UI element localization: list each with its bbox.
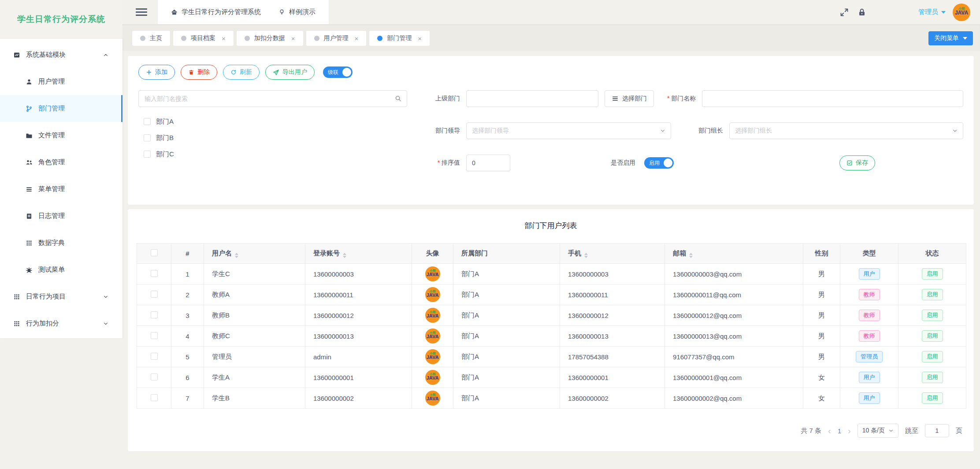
- table-header-row: #用户名登录账号头像所属部门手机邮箱性别类型状态: [137, 244, 966, 264]
- trash-button[interactable]: 删除: [181, 65, 217, 80]
- chevron-down-icon: [888, 428, 894, 433]
- refresh-button[interactable]: 刷新: [223, 65, 260, 80]
- row-checkbox[interactable]: [151, 291, 158, 298]
- row-checkbox[interactable]: [151, 270, 158, 277]
- tab-1[interactable]: 项目档案×: [173, 31, 234, 46]
- cell-index: 7: [171, 388, 204, 409]
- tab-4[interactable]: 部门管理×: [369, 31, 430, 46]
- sidebar-item-0[interactable]: 系统基础模块: [0, 41, 122, 68]
- user-avatar[interactable]: 小郑 JAVA ·······: [953, 4, 970, 21]
- close-menu-button[interactable]: 关闭菜单: [928, 31, 973, 45]
- column-header-7[interactable]: 邮箱: [665, 244, 803, 264]
- select-all-header[interactable]: [137, 244, 171, 264]
- column-header-label: #: [186, 250, 189, 257]
- tree-item-0[interactable]: 部门A: [144, 115, 407, 128]
- sidebar-item-3[interactable]: 文件管理: [0, 122, 122, 149]
- cell-email: 13600000013@qq.com: [665, 326, 803, 347]
- table-row: 4教师C13600000013小郑JAVA·····部门A13600000013…: [137, 326, 966, 347]
- sidebar-item-9[interactable]: 日常行为项目: [0, 283, 122, 310]
- select-dept-button[interactable]: 选择部门: [605, 90, 654, 107]
- sort-input[interactable]: [466, 155, 510, 171]
- tree-item-label: 部门C: [156, 150, 174, 159]
- button-label: 刷新: [240, 68, 252, 76]
- sidebar-item-label: 数据字典: [38, 239, 65, 247]
- column-header-3[interactable]: 登录账号: [305, 244, 412, 264]
- user-menu[interactable]: 管理员: [918, 8, 946, 16]
- column-header-label: 登录账号: [313, 249, 340, 257]
- tab-close-icon[interactable]: ×: [291, 35, 295, 42]
- breadcrumb-demo[interactable]: 样例演示: [278, 8, 316, 16]
- sidebar-item-8[interactable]: 测试菜单: [0, 256, 122, 283]
- column-header-2[interactable]: 用户名: [204, 244, 305, 264]
- sidebar-item-2[interactable]: 部门管理: [0, 95, 122, 122]
- plus-icon: [146, 69, 152, 75]
- column-header-label: 用户名: [212, 249, 232, 257]
- page-number-button[interactable]: 1: [838, 427, 841, 435]
- sidebar-item-6[interactable]: 日志管理: [0, 203, 122, 229]
- lock-icon[interactable]: [858, 8, 866, 17]
- dept-leader-select[interactable]: 选择部门领导: [466, 122, 671, 139]
- sidebar-item-7[interactable]: 数据字典: [0, 229, 122, 256]
- folder-icon: [26, 132, 33, 139]
- list-icon: [612, 95, 619, 102]
- department-tree: 部门A部门B部门C: [138, 115, 407, 161]
- department-search-input[interactable]: [138, 90, 407, 107]
- jump-page-input[interactable]: [925, 424, 949, 437]
- next-page-button[interactable]: ›: [848, 426, 851, 435]
- column-header-6[interactable]: 手机: [560, 244, 665, 264]
- caret-down-icon: [963, 37, 967, 40]
- cell-phone: 17857054388: [560, 347, 665, 367]
- cell-index: 2: [171, 284, 204, 305]
- user-table: #用户名登录账号头像所属部门手机邮箱性别类型状态 1学生C13600000003…: [137, 243, 966, 409]
- dept-monitor-select[interactable]: 选择部门组长: [729, 122, 963, 139]
- cascade-switch[interactable]: 级联: [323, 66, 353, 78]
- cell-index: 6: [171, 367, 204, 388]
- row-checkbox[interactable]: [151, 353, 158, 360]
- sidebar-item-5[interactable]: 菜单管理: [0, 176, 122, 203]
- dept-leader-label: 部门领导: [425, 127, 460, 135]
- status-tag: 启用: [922, 372, 943, 383]
- save-button[interactable]: 保存: [839, 155, 875, 170]
- sort-carets-icon[interactable]: [689, 253, 693, 258]
- tab-2[interactable]: 加扣分数据×: [237, 31, 303, 46]
- sidebar-item-1[interactable]: 用户管理: [0, 68, 122, 95]
- row-avatar: 小郑JAVA·····: [425, 287, 440, 302]
- search-icon: [395, 95, 401, 102]
- breadcrumb-home[interactable]: 学生日常行为评分管理系统: [171, 8, 261, 16]
- select-all-checkbox[interactable]: [151, 249, 158, 256]
- tab-close-icon[interactable]: ×: [222, 35, 226, 42]
- cell-dept: 部门A: [453, 388, 560, 409]
- chevron-down-icon: [952, 128, 958, 133]
- sort-carets-icon[interactable]: [343, 253, 346, 258]
- tab-close-icon[interactable]: ×: [355, 35, 359, 42]
- dept-name-input[interactable]: [702, 90, 963, 107]
- table-row: 1学生C13600000003小郑JAVA·····部门A13600000003…: [137, 264, 966, 284]
- row-checkbox[interactable]: [151, 373, 158, 380]
- table-row: 2教师A13600000011小郑JAVA·····部门A13600000011…: [137, 284, 966, 305]
- enabled-switch[interactable]: 启用: [644, 157, 674, 169]
- prev-page-button[interactable]: ‹: [828, 426, 831, 435]
- sidebar-toggle-hamburger-icon[interactable]: [136, 8, 147, 16]
- tree-checkbox[interactable]: [144, 118, 151, 125]
- row-checkbox[interactable]: [151, 332, 158, 339]
- sort-carets-icon[interactable]: [584, 253, 588, 258]
- send-button[interactable]: 导出用户: [265, 65, 315, 80]
- sidebar-item-4[interactable]: 角色管理: [0, 149, 122, 176]
- column-header-label: 邮箱: [673, 249, 686, 257]
- tree-item-2[interactable]: 部门C: [144, 148, 407, 161]
- sort-carets-icon[interactable]: [235, 253, 238, 258]
- parent-dept-input[interactable]: [466, 90, 598, 107]
- tree-item-1[interactable]: 部门B: [144, 131, 407, 144]
- tab-close-icon[interactable]: ×: [418, 35, 422, 42]
- row-checkbox[interactable]: [151, 311, 158, 318]
- tab-0[interactable]: 主页: [132, 31, 170, 46]
- page-size-select[interactable]: 10 条/页: [858, 424, 898, 438]
- cell-gender: 女: [803, 388, 840, 409]
- sidebar-item-10[interactable]: 行为加扣分: [0, 310, 122, 337]
- row-checkbox[interactable]: [151, 394, 158, 401]
- tree-checkbox[interactable]: [144, 151, 151, 158]
- fullscreen-icon[interactable]: [840, 8, 849, 17]
- tree-checkbox[interactable]: [144, 134, 151, 141]
- plus-button[interactable]: 添加: [138, 65, 175, 80]
- tab-3[interactable]: 用户管理×: [306, 31, 367, 46]
